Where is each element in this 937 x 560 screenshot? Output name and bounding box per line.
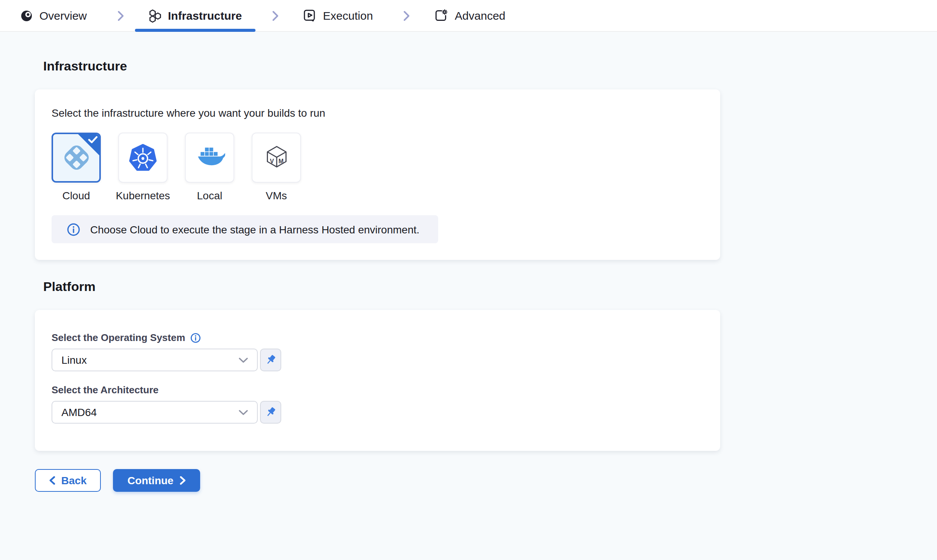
infra-option-label: VMs [266,189,287,202]
chevron-right-icon [117,0,124,31]
chevron-right-icon [272,0,279,31]
tab-label: Infrastructure [168,9,242,22]
pin-icon [265,354,277,366]
continue-button[interactable]: Continue [113,469,200,492]
tab-infrastructure[interactable]: Infrastructure [135,0,255,31]
infra-tile-vms[interactable]: V M [252,133,301,183]
arch-label-text: Select the Architecture [52,384,158,396]
infra-option-label: Cloud [62,189,90,202]
arch-select-row: AMD64 [52,401,704,424]
back-button-label: Back [61,474,87,486]
infra-tile-local[interactable] [185,133,234,183]
infra-option-kubernetes: Kubernetes [118,133,168,202]
infra-tile-kubernetes[interactable] [118,133,168,183]
infrastructure-section-title: Infrastructure [43,59,937,74]
stage-settings-page: Overview Infrastructure [0,0,937,560]
os-field-label: Select the Operating System [52,332,704,343]
infra-tile-cloud[interactable] [52,133,101,183]
os-pin-button[interactable] [260,349,281,371]
back-button[interactable]: Back [35,469,101,492]
chevron-right-icon [180,476,186,485]
info-circle-icon[interactable] [191,332,201,343]
chevron-down-icon [239,357,248,363]
tab-label: Advanced [455,9,505,22]
os-select-value: Linux [61,354,239,366]
os-label-text: Select the Operating System [52,332,185,343]
infrastructure-icon [148,9,161,22]
svg-text:M: M [278,158,283,164]
harness-cloud-icon [60,142,92,174]
infrastructure-prompt: Select the infrastructure where you want… [52,107,704,119]
infra-option-vms: V M VMs [252,133,301,202]
hosted-environment-note: Choose Cloud to execute the stage in a H… [52,215,439,243]
infra-option-label: Local [197,189,222,202]
arch-pin-button[interactable] [260,401,281,424]
execution-icon [303,9,316,22]
docker-icon [194,146,225,169]
infra-option-local: Local [185,133,234,202]
os-select[interactable]: Linux [52,349,258,371]
infrastructure-card: Select the infrastructure where you want… [35,89,720,260]
tab-overview[interactable]: Overview [7,0,100,31]
overview-icon [20,9,33,22]
kubernetes-icon [129,144,157,172]
infra-option-label: Kubernetes [116,189,170,202]
infrastructure-options: Cloud [52,133,704,202]
tab-label: Execution [323,9,373,22]
vm-cube-icon: V M [263,144,289,171]
os-select-row: Linux [52,349,704,371]
platform-card: Select the Operating System Linux [35,310,720,451]
check-icon [88,136,98,144]
tab-label: Overview [39,9,87,22]
chevron-down-icon [239,410,248,415]
tab-advanced[interactable]: Advanced [421,0,519,31]
advanced-icon [434,9,448,22]
note-text: Choose Cloud to execute the stage in a H… [90,223,420,235]
tab-execution[interactable]: Execution [290,0,387,31]
stage-step-tabs: Overview Infrastructure [0,0,937,32]
infra-option-cloud: Cloud [52,133,101,202]
continue-button-label: Continue [127,474,173,486]
chevron-left-icon [49,476,55,485]
pin-icon [265,406,277,418]
arch-select[interactable]: AMD64 [52,401,258,424]
svg-text:V: V [270,158,274,164]
arch-field-label: Select the Architecture [52,384,704,396]
info-circle-icon [67,222,80,236]
footer-actions: Back Continue [35,469,937,492]
arch-select-value: AMD64 [61,406,239,418]
chevron-right-icon [403,0,410,31]
platform-section-title: Platform [43,280,937,295]
